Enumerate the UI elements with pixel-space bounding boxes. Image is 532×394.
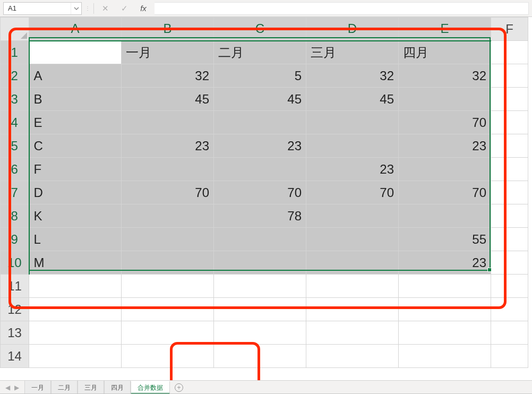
cell[interactable]: 45 — [122, 88, 214, 111]
cell[interactable] — [491, 158, 528, 181]
cell[interactable] — [214, 228, 306, 251]
cell[interactable] — [399, 345, 491, 368]
col-header[interactable]: D — [306, 18, 399, 41]
row-header[interactable]: 6 — [1, 158, 29, 181]
cell[interactable] — [491, 321, 528, 345]
cell[interactable] — [214, 321, 306, 345]
cell[interactable]: 一月 — [122, 41, 214, 64]
cell[interactable] — [491, 41, 528, 64]
cell[interactable]: 四月 — [399, 41, 491, 64]
cell[interactable] — [306, 134, 399, 158]
cell[interactable]: E — [29, 111, 122, 134]
cell[interactable]: C — [29, 134, 122, 158]
formula-input[interactable] — [155, 2, 529, 15]
cell[interactable] — [306, 345, 399, 368]
cell[interactable] — [491, 298, 528, 321]
cell[interactable]: 二月 — [214, 41, 306, 64]
cell[interactable]: 三月 — [306, 41, 399, 64]
cell[interactable]: 32 — [399, 64, 491, 88]
cell[interactable] — [214, 251, 306, 275]
col-header[interactable]: B — [122, 18, 214, 41]
cell[interactable] — [214, 345, 306, 368]
col-header[interactable]: E — [399, 18, 491, 41]
cell[interactable]: 23 — [306, 158, 399, 181]
cell[interactable] — [399, 204, 491, 228]
cell[interactable]: D — [29, 181, 122, 204]
row-header[interactable]: 12 — [1, 298, 29, 321]
cell[interactable]: 55 — [399, 228, 491, 251]
cell[interactable]: 78 — [214, 204, 306, 228]
cell[interactable] — [214, 158, 306, 181]
cell[interactable]: A — [29, 64, 122, 88]
cell[interactable] — [399, 158, 491, 181]
cell[interactable] — [122, 228, 214, 251]
cell[interactable]: 45 — [214, 88, 306, 111]
cell[interactable]: M — [29, 251, 122, 275]
cell[interactable] — [491, 134, 528, 158]
cell[interactable] — [306, 275, 399, 298]
row-header[interactable]: 1 — [1, 41, 29, 64]
cell[interactable] — [306, 228, 399, 251]
cell[interactable]: 32 — [306, 64, 399, 88]
cell[interactable] — [122, 111, 214, 134]
cell[interactable] — [122, 158, 214, 181]
row-header[interactable]: 11 — [1, 275, 29, 298]
row-header[interactable]: 10 — [1, 251, 29, 275]
cell[interactable]: L — [29, 228, 122, 251]
cell[interactable] — [122, 275, 214, 298]
grid[interactable]: A B C D E F 1 一月 二月 三月 四月 2 A 32 5 32 32… — [0, 17, 528, 368]
row-header[interactable]: 5 — [1, 134, 29, 158]
cell[interactable]: 23 — [399, 251, 491, 275]
col-header[interactable]: A — [29, 18, 122, 41]
insert-function-button[interactable]: fx — [135, 2, 151, 15]
cell[interactable]: 23 — [399, 134, 491, 158]
cell[interactable] — [399, 298, 491, 321]
cell[interactable]: 70 — [399, 181, 491, 204]
cell[interactable] — [29, 345, 122, 368]
cell[interactable]: 5 — [214, 64, 306, 88]
cell[interactable] — [29, 298, 122, 321]
cell[interactable] — [491, 251, 528, 275]
cell[interactable] — [306, 204, 399, 228]
cell[interactable]: 70 — [214, 181, 306, 204]
cell[interactable] — [29, 275, 122, 298]
cell[interactable] — [306, 321, 399, 345]
cell[interactable]: K — [29, 204, 122, 228]
cell[interactable] — [306, 298, 399, 321]
cell[interactable] — [491, 88, 528, 111]
cell[interactable] — [122, 251, 214, 275]
cell[interactable] — [122, 204, 214, 228]
cell[interactable] — [399, 321, 491, 345]
sheet-tab[interactable]: 四月 — [104, 381, 131, 394]
cell[interactable]: 45 — [306, 88, 399, 111]
cell[interactable]: 23 — [214, 134, 306, 158]
cell[interactable] — [491, 204, 528, 228]
cell[interactable] — [306, 111, 399, 134]
cell[interactable] — [306, 251, 399, 275]
cell[interactable] — [122, 321, 214, 345]
cell[interactable] — [122, 298, 214, 321]
sheet-tab[interactable]: 三月 — [78, 381, 104, 394]
add-sheet-button[interactable]: + — [170, 381, 188, 394]
cell[interactable] — [491, 111, 528, 134]
cell[interactable] — [214, 275, 306, 298]
name-box-dropdown[interactable] — [71, 3, 81, 14]
row-header[interactable]: 14 — [1, 345, 29, 368]
col-header[interactable]: C — [214, 18, 306, 41]
cell[interactable] — [214, 298, 306, 321]
cell[interactable] — [491, 275, 528, 298]
cell[interactable] — [399, 88, 491, 111]
cell[interactable]: 70 — [399, 111, 491, 134]
col-header[interactable]: F — [491, 18, 528, 41]
cell[interactable] — [491, 228, 528, 251]
cell[interactable] — [122, 345, 214, 368]
row-header[interactable]: 9 — [1, 228, 29, 251]
row-header[interactable]: 7 — [1, 181, 29, 204]
cell[interactable] — [29, 41, 122, 64]
cell[interactable]: 70 — [122, 181, 214, 204]
cell[interactable]: 32 — [122, 64, 214, 88]
row-header[interactable]: 4 — [1, 111, 29, 134]
cell[interactable] — [491, 64, 528, 88]
cell[interactable] — [399, 275, 491, 298]
tab-prev-icon[interactable]: ◀ — [5, 384, 10, 391]
